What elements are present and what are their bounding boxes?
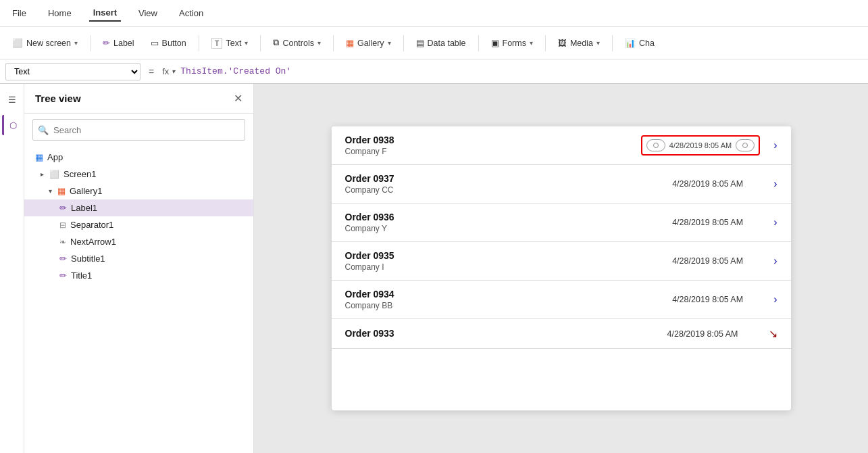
formula-input[interactable]	[180, 63, 863, 80]
search-icon: 🔍	[38, 125, 49, 135]
fx-label: fx	[162, 66, 169, 76]
tree-search-container: 🔍	[32, 119, 245, 141]
new-screen-caret: ▾	[74, 39, 78, 47]
media-button[interactable]: 🖼 Media ▾	[551, 36, 607, 51]
text-button[interactable]: T Text ▾	[205, 35, 255, 51]
selected-label-overlay[interactable]: 4/28/2019 8:05 AM	[641, 135, 760, 156]
tree-item-gallery1[interactable]: ▾ ▦ Gallery1	[24, 183, 253, 199]
menu-file[interactable]: File	[8, 5, 30, 21]
tree-close-button[interactable]: ✕	[234, 92, 242, 105]
gallery-button[interactable]: ▦ Gallery ▾	[339, 35, 398, 51]
forms-icon: ▣	[491, 38, 499, 48]
tree-item-nextarrow1[interactable]: ❧ NextArrow1	[24, 233, 253, 250]
gallery-row-2[interactable]: Order 0936 Company Y 4/28/2019 8:05 AM ›	[332, 204, 791, 242]
controls-button[interactable]: ⧉ Controls ▾	[266, 35, 328, 51]
data-table-button[interactable]: ▤ Data table	[409, 35, 473, 51]
label1-icon: ✏	[59, 203, 67, 213]
tree-item-screen1[interactable]: ▸ ⬜ Screen1	[24, 166, 253, 183]
gallery-row-4[interactable]: Order 0934 Company BB 4/28/2019 8:05 AM …	[332, 281, 791, 319]
gallery-row-0[interactable]: Order 0938 Company F 4/28/2019 8:05 AM	[332, 126, 791, 165]
subtitle1-icon: ✏	[59, 254, 67, 264]
gallery-item-title-1: Order 0937	[345, 173, 673, 184]
toolbar-divider-3	[260, 35, 261, 51]
gallery-item-date-5: 4/28/2019 8:05 AM	[667, 329, 755, 339]
layers-icon: ⬡	[9, 120, 17, 130]
label-icon: ✏	[103, 38, 110, 48]
gallery-item-sub-4: Company BB	[345, 301, 673, 310]
pill-left[interactable]	[646, 139, 665, 151]
gallery-item-sub-2: Company Y	[345, 224, 673, 233]
formula-chevron[interactable]: ▾	[172, 68, 175, 75]
controls-icon: ⧉	[273, 38, 279, 48]
chart-button[interactable]: 📊 Cha	[618, 35, 661, 51]
layers-icon-button[interactable]: ⬡	[2, 115, 22, 135]
hamburger-icon-button[interactable]: ☰	[2, 89, 22, 110]
text-icon: T	[211, 38, 223, 49]
toolbar-divider-2	[199, 35, 199, 51]
tree-item-subtitle1-label: Subtitle1	[71, 254, 105, 264]
tree-item-separator1[interactable]: ⊟ Separator1	[24, 216, 253, 233]
app-icon: ▦	[35, 152, 43, 162]
property-select[interactable]: Text	[5, 63, 141, 80]
pill-right[interactable]	[736, 139, 755, 151]
gallery-item-arrow-4[interactable]: ›	[773, 293, 777, 306]
toolbar-divider-8	[612, 35, 613, 51]
gallery-item-info-2: Order 0936 Company Y	[345, 212, 673, 233]
tree-item-app[interactable]: ▦ App	[24, 149, 253, 166]
tree-item-title1[interactable]: ✏ Title1	[24, 267, 253, 284]
gallery-tree-icon: ▦	[57, 186, 66, 196]
gallery-item-arrow-5[interactable]: ↘	[769, 327, 777, 340]
text-caret: ▾	[245, 39, 248, 47]
new-screen-button[interactable]: ⬜ New screen ▾	[5, 35, 84, 51]
screen1-chevron: ▸	[41, 170, 44, 178]
gallery-item-info-0: Order 0938 Company F	[345, 135, 641, 156]
separator1-icon: ⊟	[59, 220, 66, 230]
gallery-item-title-4: Order 0934	[345, 289, 673, 300]
gallery-item-info-1: Order 0937 Company CC	[345, 173, 673, 195]
toolbar-divider-6	[478, 35, 479, 51]
gallery-item-title-2: Order 0936	[345, 212, 673, 222]
tree-item-title1-label: Title1	[71, 270, 92, 281]
tree-item-subtitle1[interactable]: ✏ Subtitle1	[24, 250, 253, 267]
formula-fx-label: fx ▾	[162, 66, 175, 76]
data-table-icon: ▤	[416, 38, 424, 48]
gallery-item-arrow-3[interactable]: ›	[773, 255, 777, 267]
label-button[interactable]: ✏ Label	[96, 35, 141, 51]
tree-item-label1[interactable]: ✏ Label1	[24, 199, 253, 216]
gallery-item-arrow-0[interactable]: ›	[773, 139, 777, 151]
gallery1-chevron: ▾	[49, 187, 52, 195]
button-button[interactable]: ▭ Button	[144, 35, 193, 51]
title1-icon: ✏	[59, 270, 67, 281]
gallery-item-arrow-2[interactable]: ›	[773, 216, 777, 229]
search-input[interactable]	[32, 119, 245, 141]
toolbar-divider-4	[333, 35, 334, 51]
gallery-caret: ▾	[388, 39, 391, 47]
toolbar-divider-1	[90, 35, 91, 51]
gallery-item-arrow-1[interactable]: ›	[773, 178, 777, 190]
menu-insert[interactable]: Insert	[89, 5, 121, 22]
menu-home[interactable]: Home	[44, 5, 76, 21]
menu-view[interactable]: View	[134, 5, 161, 21]
gallery-item-info-5: Order 0933	[345, 328, 667, 340]
gallery-row-3[interactable]: Order 0935 Company I 4/28/2019 8:05 AM ›	[332, 242, 791, 281]
gallery-item-info-4: Order 0934 Company BB	[345, 289, 673, 310]
menu-bar: File Home Insert View Action	[0, 0, 868, 27]
gallery-item-title-0: Order 0938	[345, 135, 641, 145]
hamburger-icon: ☰	[8, 95, 16, 105]
tree-item-app-label: App	[47, 152, 63, 162]
gallery-item-title-5: Order 0933	[345, 328, 667, 339]
canvas-area: Order 0938 Company F 4/28/2019 8:05 AM	[254, 84, 868, 453]
gallery-item-date-2: 4/28/2019 8:05 AM	[672, 218, 760, 227]
pill-dot-right	[742, 143, 748, 148]
gallery-row-5[interactable]: Order 0933 4/28/2019 8:05 AM ↘	[332, 319, 791, 349]
tree-header: Tree view ✕	[24, 84, 253, 114]
tree-title: Tree view	[35, 93, 81, 104]
main-layout: ☰ ⬡ Tree view ✕ 🔍 ▦ App ▸ ⬜	[0, 84, 868, 453]
forms-caret: ▾	[530, 39, 533, 47]
tree-item-nextarrow1-label: NextArrow1	[70, 237, 116, 247]
gallery-row-1[interactable]: Order 0937 Company CC 4/28/2019 8:05 AM …	[332, 165, 791, 204]
menu-action[interactable]: Action	[175, 5, 207, 21]
tree-panel: Tree view ✕ 🔍 ▦ App ▸ ⬜ Screen1 ▾	[24, 84, 254, 453]
gallery-item-date-3: 4/28/2019 8:05 AM	[672, 256, 760, 266]
forms-button[interactable]: ▣ Forms ▾	[484, 35, 540, 51]
